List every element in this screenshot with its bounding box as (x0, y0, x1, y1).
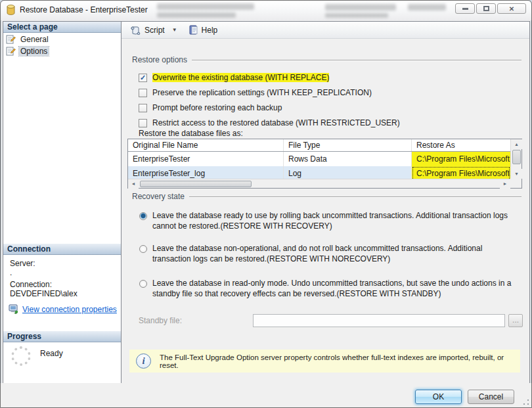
help-button-label: Help (202, 26, 218, 35)
checkbox-label: Prompt before restoring each backup (152, 103, 282, 112)
minimize-button[interactable] (455, 3, 475, 14)
standby-file-label: Standby file: (139, 316, 253, 325)
checkbox-overwrite-existing-database[interactable]: ✓ Overwrite the existing database (WITH … (139, 73, 329, 82)
restore-files-label: Restore the database files as: (139, 129, 243, 138)
script-icon (130, 26, 141, 35)
ok-button[interactable]: OK (415, 390, 462, 404)
column-header-original-file-name[interactable]: Original File Name (128, 139, 284, 151)
script-dropdown-arrow[interactable]: ▼ (169, 27, 180, 33)
recovery-state-group-label: Recovery state (132, 192, 185, 201)
checkbox-prompt-before-restoring[interactable]: Prompt before restoring each backup (139, 103, 282, 112)
page-icon (6, 47, 16, 56)
close-button[interactable]: ✕ (497, 3, 526, 14)
checkbox-restrict-access[interactable]: Restrict access to the restored database… (139, 118, 400, 127)
sidebar-item-label: General (19, 35, 50, 44)
maximize-icon (483, 6, 489, 11)
table-header-row: Original File Name File Type Restore As (128, 139, 510, 152)
radio-icon (139, 280, 147, 288)
sidebar: Select a page General (3, 22, 122, 384)
scroll-right-icon[interactable]: ► (500, 179, 510, 189)
dialog-content: Select a page General (3, 21, 530, 384)
progress-spinner-icon (11, 346, 31, 366)
help-icon (188, 25, 198, 35)
sidebar-item-options[interactable]: Options (3, 46, 121, 57)
sidebar-item-label: Options (19, 47, 49, 56)
connection-label: Connection: (3, 279, 121, 289)
info-icon: i (136, 353, 151, 369)
view-connection-properties-link[interactable]: View connection properties (22, 305, 117, 314)
standby-file-input (253, 314, 505, 327)
cell-original-file-name[interactable]: EnterpriseTester (128, 152, 284, 166)
horizontal-scroll-thumb[interactable] (140, 181, 252, 187)
group-rule (189, 196, 521, 198)
page-icon (6, 35, 16, 44)
radio-restore-with-norecovery[interactable]: Leave the database non-operational, and … (139, 244, 515, 264)
horizontal-scrollbar[interactable]: ◄ ► (128, 179, 510, 188)
info-bar: i The Full-Text Upgrade Option server pr… (129, 350, 520, 373)
table-row[interactable]: EnterpriseTester Rows Data C:\Program Fi… (128, 152, 510, 166)
maximize-button[interactable] (476, 3, 496, 14)
progress-header: Progress (3, 331, 121, 342)
connection-header: Connection (3, 244, 121, 255)
checkbox-box (139, 89, 147, 97)
scroll-up-icon[interactable]: ▲ (511, 139, 522, 149)
database-icon (6, 5, 16, 15)
scrollbar-corner (510, 179, 521, 188)
close-icon: ✕ (509, 5, 514, 12)
server-label: Server: (3, 258, 121, 268)
checkbox-box (139, 104, 147, 112)
radio-restore-with-recovery[interactable]: Leave the database ready to use by rolli… (139, 211, 515, 231)
restore-database-dialog: Restore Database - EnterpriseTester ✕ Se… (0, 0, 532, 408)
connection-icon (9, 304, 19, 314)
browse-button: ... (508, 314, 523, 327)
script-button[interactable]: Script (127, 24, 168, 36)
script-button-label: Script (144, 26, 165, 35)
checkbox-check-icon: ✓ (139, 74, 147, 82)
cancel-button[interactable]: Cancel (468, 390, 514, 404)
group-rule (192, 60, 521, 61)
cell-restore-as[interactable]: C:\Program Files\Microsoft SQ (412, 152, 510, 166)
vertical-scrollbar[interactable]: ▲ ▼ (510, 139, 521, 179)
background-window-artifact (408, 4, 446, 11)
resize-grip[interactable] (523, 399, 529, 405)
scroll-left-icon[interactable]: ◄ (128, 179, 139, 189)
restore-options-group-label: Restore options (132, 55, 187, 64)
background-window-artifact (325, 4, 396, 11)
radio-label: Leave the database non-operational, and … (152, 244, 515, 264)
radio-label: Leave the database in read-only mode. Un… (152, 279, 515, 299)
title-bar[interactable]: Restore Database - EnterpriseTester ✕ (1, 1, 531, 20)
cell-restore-as[interactable]: C:\Program Files\Microsoft SQ (412, 166, 510, 179)
radio-icon (139, 245, 147, 253)
cell-file-type[interactable]: Rows Data (284, 152, 412, 166)
footer: OK Cancel (1, 383, 531, 407)
scroll-down-icon[interactable]: ▼ (511, 169, 522, 179)
checkbox-preserve-replication[interactable]: Preserve the replication settings (WITH … (139, 88, 372, 97)
minimize-icon (462, 8, 468, 10)
vertical-scroll-thumb[interactable] (512, 150, 521, 164)
info-message: The Full-Text Upgrade Option server prop… (160, 353, 520, 369)
table-row[interactable]: EnterpriseTester_log Log C:\Program File… (128, 166, 510, 179)
help-button[interactable]: Help (185, 24, 221, 36)
checkbox-box (139, 119, 147, 127)
cell-original-file-name[interactable]: EnterpriseTester_log (128, 166, 284, 179)
select-a-page-header: Select a page (3, 22, 121, 33)
main-panel: Script ▼ Help (122, 22, 529, 384)
checkbox-label: Restrict access to the restored database… (152, 118, 400, 127)
window-title: Restore Database - EnterpriseTester (20, 5, 148, 14)
checkbox-label: Preserve the replication settings (WITH … (152, 88, 372, 97)
background-window-artifact (157, 12, 236, 18)
progress-status: Ready (40, 349, 63, 358)
background-window-artifact (325, 13, 388, 18)
column-header-restore-as[interactable]: Restore As (412, 139, 510, 151)
toolbar: Script ▼ Help (122, 22, 529, 39)
server-value: . (3, 268, 121, 277)
background-window-artifact (157, 3, 254, 10)
database-files-table: Original File Name File Type Restore As … (127, 139, 522, 189)
cell-file-type[interactable]: Log (284, 166, 412, 179)
radio-restore-with-standby[interactable]: Leave the database in read-only mode. Un… (139, 279, 515, 299)
radio-label: Leave the database ready to use by rolli… (152, 211, 515, 231)
connection-value: DEVDEFINED\alex (3, 289, 121, 298)
sidebar-item-general[interactable]: General (3, 34, 121, 45)
column-header-file-type[interactable]: File Type (284, 139, 412, 151)
radio-icon (139, 212, 147, 220)
